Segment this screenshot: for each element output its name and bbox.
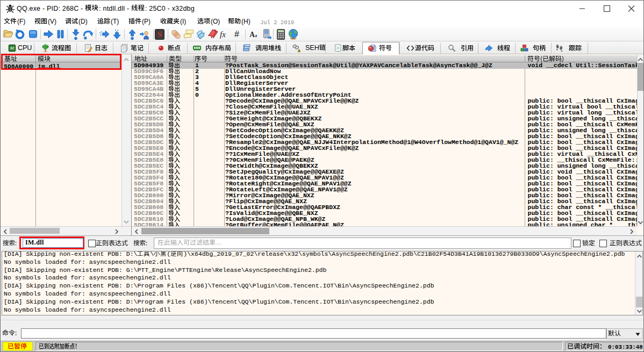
svg-text:A: A [249,31,255,39]
svg-text:z: z [255,33,257,38]
svg-text:fx: fx [220,30,226,39]
svg-text:#: # [234,30,239,39]
svg-text:32: 32 [10,46,15,50]
svg-text:‹›: ‹› [337,46,339,51]
svg-text:S: S [158,30,162,39]
